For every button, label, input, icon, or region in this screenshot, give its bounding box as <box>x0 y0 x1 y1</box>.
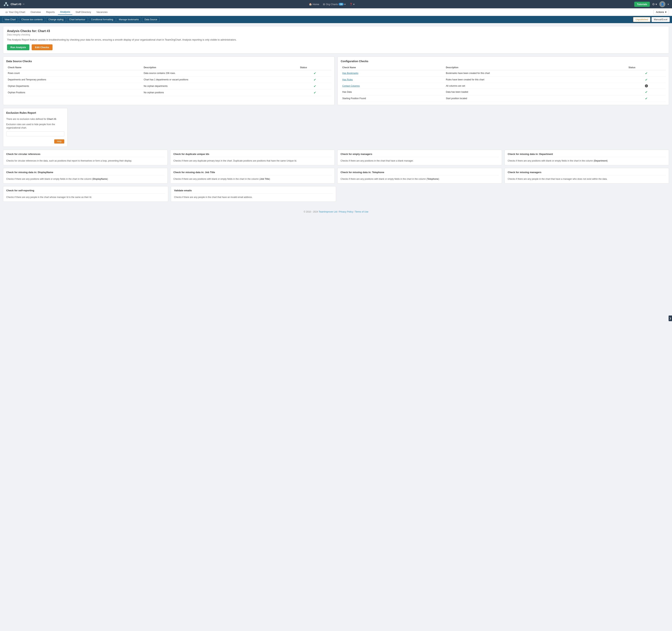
check-name-cell[interactable]: Contact Columns <box>341 83 444 89</box>
check-desc-cell: Start position located <box>444 95 627 102</box>
chevron-down-icon-help: ▾ <box>353 3 355 6</box>
check-name-cell: Rows count <box>6 70 142 76</box>
check-ok-icon: ✔ <box>314 78 316 81</box>
check-ok-icon: ✔ <box>645 91 648 94</box>
check-name-cell: Orphan Departments <box>6 83 142 89</box>
check-status-cell: ✔ <box>627 89 666 95</box>
toolbar-conditional-formatting[interactable]: Conditional formatting <box>89 17 116 22</box>
edit-chart-icon[interactable]: ✏ <box>23 3 25 5</box>
check-card-desc: Checks if there are any positions with b… <box>340 177 499 181</box>
check-card: Check for missing data in: DisplayName C… <box>3 168 168 184</box>
nav-staff-directory[interactable]: Staff Directory <box>73 9 93 15</box>
help-icon: ❓ <box>350 3 353 6</box>
table-row: Orphan Departments No orphan departments… <box>6 83 331 89</box>
check-ok-icon: ✔ <box>645 78 648 81</box>
check-name-cell: Orphan Positions <box>6 89 142 96</box>
edit-checks-button[interactable]: Edit Checks <box>32 44 52 50</box>
check-status-cell: ✔ <box>298 89 331 96</box>
exclusion-input[interactable] <box>6 131 64 136</box>
check-name-cell: Starting Position Found <box>341 95 444 102</box>
check-card-title: Check for missing data in: DisplayName <box>6 171 164 175</box>
config-checks-title: Configuration Checks <box>341 60 666 63</box>
check-desc-cell: Rules have been created for this chart <box>444 76 627 83</box>
table-row: Contact Columns All columns are set i <box>341 83 666 89</box>
toolbar-change-styling[interactable]: Change styling <box>46 17 66 22</box>
config-checks-panel: Configuration Checks Check Name Descript… <box>337 56 669 105</box>
check-status-cell: ✔ <box>298 83 331 89</box>
check-name-link[interactable]: Has Bookmarks <box>342 72 358 74</box>
top-nav: 🏠 Home ⊞ Org Charts 16 ▾ ❓ ▾ <box>29 3 634 6</box>
check-card-desc: Checks if there are any positions with b… <box>508 159 666 163</box>
check-card: Validate emails Checks if there are any … <box>171 186 336 202</box>
chart-title: Chart #3 <box>10 3 21 6</box>
svg-line-3 <box>4 4 6 4</box>
tutorials-button[interactable]: Tutorials <box>634 2 650 7</box>
check-desc-cell: Bookmarks have been created for this cha… <box>444 70 627 76</box>
run-analysis-button[interactable]: Run Analysis <box>7 44 29 50</box>
toolbar-unpublished[interactable]: Unpublished <box>633 17 650 22</box>
table-row: Has Bookmarks Bookmarks have been create… <box>341 70 666 76</box>
check-ok-icon: ✔ <box>645 72 648 75</box>
nav-your-org-chart[interactable]: 🗂 Your Org Chart <box>3 9 27 15</box>
actions-wrapper: Actions ▾ <box>653 9 669 15</box>
check-ok-icon: ✔ <box>314 72 316 75</box>
toolbar-data-source[interactable]: Data Source <box>142 17 160 22</box>
nav-help[interactable]: ❓ ▾ <box>350 3 355 6</box>
exclusion-explanation: Exclusion rules are used to hide people … <box>6 123 64 129</box>
nav-vacancies[interactable]: Vacancies <box>94 9 110 15</box>
check-name-cell[interactable]: Has Rules <box>341 76 444 83</box>
col-status: Status <box>298 65 331 70</box>
avatar[interactable]: 👤 <box>659 1 665 7</box>
exclusion-help-row: Help <box>6 139 64 144</box>
check-card-desc: Checks if there are any people in the ch… <box>6 195 165 199</box>
check-card-title: Check for missing data in: Job Title <box>173 171 332 175</box>
toolbar-view-chart[interactable]: View Chart <box>2 17 18 22</box>
check-cards-row1: Check for circular references Checks for… <box>3 150 669 165</box>
analysis-title: Analysis Checks for: Chart #3 <box>7 29 665 33</box>
nav-reports[interactable]: Reports <box>44 9 57 15</box>
svg-line-4 <box>6 4 7 4</box>
check-status-cell: i <box>627 83 666 89</box>
logo: Chart #3 ✏ <box>3 1 25 7</box>
check-card: Check for missing data in: Telephone Che… <box>337 168 502 184</box>
nav-home[interactable]: 🏠 Home <box>309 3 319 6</box>
exclusion-help-button[interactable]: Help <box>54 139 64 144</box>
check-card-title: Check for missing data in: Telephone <box>340 171 499 175</box>
check-ok-icon: ✔ <box>645 97 648 100</box>
org-chart-icon: 🗂 <box>5 10 8 14</box>
check-card-title: Check for missing managers <box>508 171 666 175</box>
exclusion-no-rules-text: There are no exclusion rules defined for… <box>6 117 64 121</box>
nav-org-charts[interactable]: ⊞ Org Charts 16 ▾ <box>323 3 346 6</box>
check-card-desc: Checks for circular references in the da… <box>6 159 164 163</box>
check-card: Check for duplicate unique Ids Checks if… <box>170 150 335 165</box>
nav-analysis[interactable]: Analysis <box>58 9 72 15</box>
check-name-link[interactable]: Contact Columns <box>342 84 360 87</box>
check-name-link[interactable]: Has Rules <box>342 78 353 81</box>
toolbar-chart-behaviour[interactable]: Chart behaviour <box>67 17 88 22</box>
chevron-down-icon-avatar: ▾ <box>668 3 669 6</box>
check-status-cell: ✔ <box>627 95 666 102</box>
bold-column: Job Title <box>260 178 269 180</box>
toolbar-manual-excel[interactable]: Manual/Excel <box>651 17 670 22</box>
check-desc-cell: All columns are set <box>444 83 627 89</box>
check-card: Check for circular references Checks for… <box>3 150 168 165</box>
check-desc-cell: Data source contains 236 rows. <box>142 70 298 76</box>
settings-button[interactable]: ⚙ ▾ <box>652 2 657 6</box>
toolbar-manage-bookmarks[interactable]: Manage bookmarks <box>117 17 141 22</box>
check-name-cell[interactable]: Has Bookmarks <box>341 70 444 76</box>
footer-terms-link[interactable]: Terms of Use <box>355 211 368 213</box>
check-info-icon: i <box>645 84 648 88</box>
footer-privacy-link[interactable]: Privacy Policy <box>339 211 353 213</box>
check-card-desc: Checks if there are any positions with b… <box>6 177 164 181</box>
check-card: Check for empty managers Checks if there… <box>337 150 502 165</box>
nav-overview[interactable]: Overview <box>28 9 43 15</box>
check-card-title: Check for empty managers <box>340 153 499 157</box>
check-card: Check for missing data in: Department Ch… <box>505 150 669 165</box>
checks-row: Data Source Checks Check Name Descriptio… <box>3 56 669 105</box>
data-source-checks-table: Check Name Description Status Rows count… <box>6 65 331 96</box>
toolbar-choose-box[interactable]: Choose box contents <box>19 17 45 22</box>
col-check-name: Check Name <box>6 65 142 70</box>
actions-button[interactable]: Actions ▾ <box>653 9 669 15</box>
chevron-down-icon-settings: ▾ <box>655 2 657 6</box>
footer-company-link[interactable]: TeamImprover Ltd <box>319 211 337 213</box>
